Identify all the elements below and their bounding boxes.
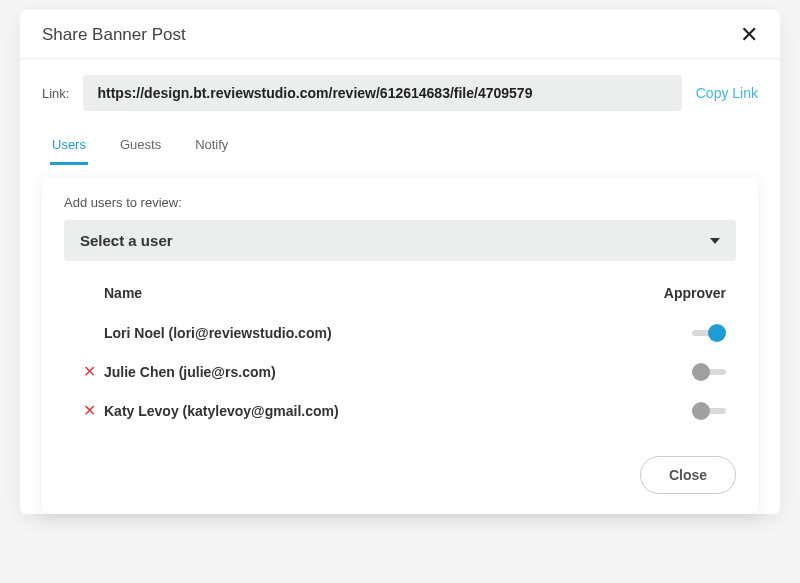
tab-users[interactable]: Users [50, 129, 88, 165]
remove-user-placeholder: ✕ [74, 323, 104, 342]
panel-footer: Close [64, 456, 736, 494]
user-row: ✕ Lori Noel (lori@reviewstudio.com) [64, 313, 736, 352]
user-row: ✕ Julie Chen (julie@rs.com) [64, 352, 736, 391]
tab-notify[interactable]: Notify [193, 129, 230, 165]
dialog-header: Share Banner Post ✕ [20, 10, 780, 59]
link-row: Link: https://design.bt.reviewstudio.com… [20, 59, 780, 121]
approver-toggle[interactable] [692, 363, 726, 381]
link-label: Link: [42, 86, 69, 101]
close-icon[interactable]: ✕ [740, 24, 758, 46]
tab-guests[interactable]: Guests [118, 129, 163, 165]
user-name: Lori Noel (lori@reviewstudio.com) [104, 325, 646, 341]
add-users-label: Add users to review: [64, 195, 736, 210]
approver-toggle[interactable] [692, 402, 726, 420]
tabs: Users Guests Notify [20, 121, 780, 165]
remove-user-button[interactable]: ✕ [74, 401, 104, 420]
copy-link-button[interactable]: Copy Link [696, 85, 758, 101]
user-row: ✕ Katy Levoy (katylevoy@gmail.com) [64, 391, 736, 430]
share-dialog: Share Banner Post ✕ Link: https://design… [20, 10, 780, 514]
column-approver: Approver [646, 285, 726, 301]
user-table-header: Name Approver [64, 285, 736, 313]
chevron-down-icon [710, 238, 720, 244]
dialog-title: Share Banner Post [42, 25, 186, 45]
user-name: Katy Levoy (katylevoy@gmail.com) [104, 403, 646, 419]
remove-user-button[interactable]: ✕ [74, 362, 104, 381]
column-name: Name [104, 285, 646, 301]
users-panel: Add users to review: Select a user Name … [42, 177, 758, 514]
approver-toggle[interactable] [692, 324, 726, 342]
user-select-placeholder: Select a user [80, 232, 173, 249]
user-name: Julie Chen (julie@rs.com) [104, 364, 646, 380]
user-select[interactable]: Select a user [64, 220, 736, 261]
close-button[interactable]: Close [640, 456, 736, 494]
link-url-field[interactable]: https://design.bt.reviewstudio.com/revie… [83, 75, 681, 111]
